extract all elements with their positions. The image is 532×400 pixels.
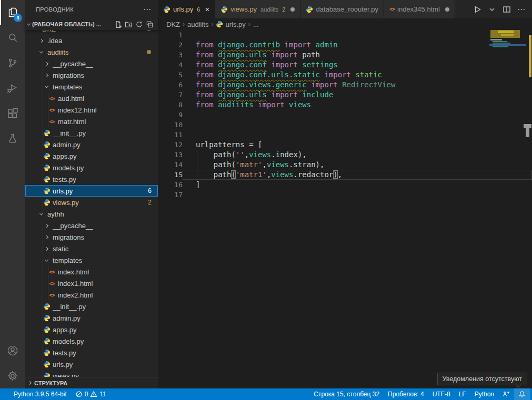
tree-file-admin-py[interactable]: admin.py (25, 139, 158, 150)
breadcrumb-item[interactable]: DKZ (166, 20, 180, 28)
tree-folder--pycache-[interactable]: __pycache__ (25, 220, 158, 231)
chevron-right-icon (42, 63, 51, 65)
breadcrumb-item[interactable]: ... (253, 20, 259, 28)
code-line-7[interactable]: 7from django.urls import include (158, 90, 532, 100)
refresh-icon[interactable] (134, 19, 144, 29)
tab-index345-html[interactable]: <>index345.html (384, 0, 455, 18)
tree-file-index1-html[interactable]: <>index1.html (25, 278, 158, 289)
code-line-12[interactable]: 12urlpatterns = [ (158, 140, 532, 150)
tab-urls-py[interactable]: urls.py6× (158, 0, 215, 18)
activity-search-icon[interactable] (0, 25, 25, 50)
problems-status[interactable]: 011 (71, 388, 111, 400)
activity-settings-icon[interactable] (0, 363, 25, 388)
tree-file-models-py[interactable]: models.py (25, 335, 158, 347)
tree-item-label: __init__.py (53, 129, 86, 137)
activity-testing-icon[interactable] (0, 126, 25, 151)
tree-file-urls-py[interactable]: urls.py (25, 358, 158, 370)
tree-item-label: DKZ (42, 30, 56, 33)
scrollbar-handle[interactable] (524, 124, 531, 128)
tree-file--init-py[interactable]: __init__.py (25, 301, 158, 312)
tree-file-admin-py[interactable]: admin.py (25, 312, 158, 324)
chevron-down-icon[interactable] (486, 3, 498, 16)
unsaved-dot-icon[interactable] (290, 7, 295, 12)
code-line-16[interactable]: 16] (158, 180, 532, 190)
split-editor-icon[interactable] (500, 3, 513, 16)
tree-file-matr-html[interactable]: <>matr.html (25, 116, 158, 127)
activity-explorer-icon[interactable]: 3 (0, 0, 25, 25)
activity-account-icon[interactable] (0, 338, 25, 363)
tree-file-index12-html[interactable]: <>index12.html (25, 104, 158, 116)
more-icon[interactable]: ⋯ (515, 3, 528, 16)
indentation-status[interactable]: Пробелов: 4 (384, 388, 428, 400)
code-line-1[interactable]: 1 (158, 30, 532, 40)
tree-file-index-html[interactable]: <>index.html (25, 266, 158, 278)
close-icon[interactable]: × (205, 5, 209, 13)
activity-extensions-icon[interactable] (0, 101, 25, 126)
tree-folder-migrations[interactable]: migrations (25, 231, 158, 243)
code-line-17[interactable]: 17 (158, 190, 532, 200)
tree-file-index2-html[interactable]: <>index2.html (25, 289, 158, 301)
tree-folder-templates[interactable]: templates (25, 81, 158, 93)
cursor-position-status[interactable]: Строка 15, столбец 32 (309, 388, 384, 400)
tree-file-apps-py[interactable]: apps.py (25, 324, 158, 335)
code-line-8[interactable]: 8from audiiits import views (158, 100, 532, 110)
more-actions-icon[interactable]: ⋯ (143, 5, 152, 14)
token: audiiits (218, 100, 253, 109)
code-line-4[interactable]: 4from django.conf import settings (158, 60, 532, 70)
unsaved-dot-icon[interactable] (445, 7, 449, 12)
tree-folder-dkz[interactable]: DKZ (25, 30, 158, 35)
code-line-9[interactable]: 9 (158, 110, 532, 120)
new-folder-icon[interactable] (123, 19, 134, 29)
minimap[interactable] (489, 30, 526, 388)
code-editor[interactable]: 12from django.contrib import admin3from … (158, 30, 532, 388)
tree-folder-templates[interactable]: templates (25, 254, 158, 266)
bell-icon[interactable] (514, 388, 530, 400)
eol-status[interactable]: LF (455, 388, 470, 400)
code-line-5[interactable]: 5from django.conf.urls.static import sta… (158, 70, 532, 80)
collapse-all-icon[interactable] (144, 19, 155, 29)
tree-folder-migrations[interactable]: migrations (25, 69, 158, 81)
breadcrumb-item[interactable]: urls.py (216, 20, 245, 28)
python-interpreter-status[interactable]: Python 3.9.5 64-bit (9, 388, 71, 400)
token: .stran), (289, 160, 324, 169)
breadcrumb-item[interactable]: audiiits (187, 20, 208, 28)
tree-file-views-py[interactable]: views.py2 (25, 197, 158, 208)
tree-file-models-py[interactable]: models.py (25, 162, 158, 173)
tree-file-tests-py[interactable]: tests.py (25, 347, 158, 358)
tree-file-views-py[interactable]: views.py (25, 370, 158, 377)
outline-section-header[interactable]: СТРУКТУРА (25, 377, 158, 388)
run-icon[interactable] (471, 3, 484, 16)
tree-folder--pycache-[interactable]: __pycache__ (25, 58, 158, 69)
tree-file-tests-py[interactable]: tests.py (25, 173, 158, 185)
tree-file-aud-html[interactable]: <>aud.html (25, 93, 158, 104)
tree-folder-audiiits[interactable]: audiiits (25, 46, 158, 58)
code-line-2[interactable]: 2from django.contrib import admin (158, 40, 532, 50)
indent-guide (43, 335, 43, 347)
feedback-icon[interactable] (498, 388, 514, 400)
python-file-icon (42, 337, 51, 345)
code-line-11[interactable]: 11 (158, 130, 532, 140)
tree-folder--idea[interactable]: .idea (25, 35, 158, 46)
encoding-status[interactable]: UTF-8 (428, 388, 455, 400)
code-line-15[interactable]: 15 path('matr1',views.redactor), (158, 170, 532, 180)
token: '' (236, 150, 245, 159)
language-mode-status[interactable]: Python (470, 388, 498, 400)
tree-file-urls-py[interactable]: urls.py6 (25, 185, 158, 197)
activity-source-control-icon[interactable] (0, 50, 25, 76)
code-line-13[interactable]: 13 path('',views.index), (158, 150, 532, 160)
tree-folder-static[interactable]: static (25, 243, 158, 254)
tree-file--init-py[interactable]: __init__.py (25, 127, 158, 139)
tree-file-apps-py[interactable]: apps.py (25, 150, 158, 162)
tab-database-roouter-py[interactable]: database_roouter.py (300, 0, 384, 18)
activity-run-debug-icon[interactable] (0, 76, 25, 101)
code-line-6[interactable]: 6from django.views.generic import Redire… (158, 80, 532, 90)
code-line-14[interactable]: 14 path('matr',views.stran), (158, 160, 532, 170)
tab-views-py[interactable]: views.pyaudiiits2 (215, 0, 300, 18)
workspace-section-header[interactable]: (РАБОЧАЯ ОБЛАСТЬ) ... (25, 18, 158, 30)
token: import (280, 40, 315, 49)
code-line-3[interactable]: 3from django.urls import path (158, 50, 532, 60)
tree-item-label: __pycache__ (53, 222, 93, 230)
new-file-icon[interactable] (113, 19, 123, 29)
tree-folder-aythh[interactable]: aythh (25, 208, 158, 220)
code-line-10[interactable]: 10 (158, 120, 532, 130)
